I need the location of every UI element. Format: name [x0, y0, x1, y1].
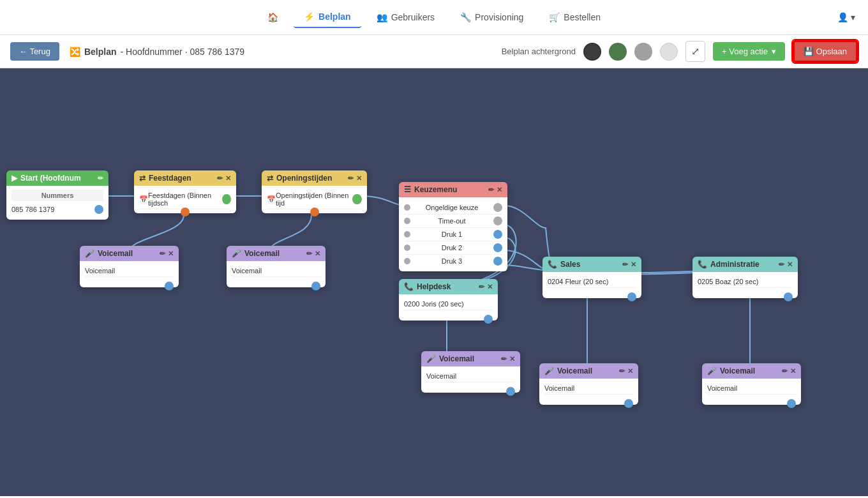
- start-node[interactable]: ▶ Start (Hoofdnum ✏ Nummers 085 786 1379: [6, 170, 108, 220]
- voicemail4-node[interactable]: 🎤 Voicemail ✏ ✕ Voicemail: [539, 363, 638, 405]
- vm2-mic-icon: 🎤: [232, 249, 241, 258]
- sales-bottom-connector: [627, 292, 636, 301]
- feestdagen-edit-icon[interactable]: ✏: [217, 174, 223, 183]
- color-green[interactable]: [609, 43, 627, 61]
- openingstijden-connector: [352, 194, 362, 204]
- breadcrumb-rest: - Hoofdnummer · 085 786 1379: [120, 47, 244, 57]
- km-right-0: [493, 203, 502, 212]
- admin-title: Administratie: [710, 260, 760, 269]
- keuzemenu-edit-icon[interactable]: ✏: [488, 186, 494, 194]
- openingstijden-delete-icon[interactable]: ✕: [356, 174, 362, 183]
- vm4-bottom-connector: [624, 399, 633, 408]
- save-button[interactable]: 💾 Opslaan: [793, 40, 858, 63]
- color-light[interactable]: [660, 43, 678, 61]
- vm2-edit-icon[interactable]: ✏: [306, 250, 312, 258]
- color-dark[interactable]: [583, 43, 601, 61]
- voicemail2-node[interactable]: 🎤 Voicemail ✏ ✕ Voicemail: [227, 246, 326, 287]
- vm1-delete-icon[interactable]: ✕: [168, 250, 174, 258]
- administratie-node[interactable]: 📞 Administratie ✏ ✕ 0205 Boaz (20 sec): [692, 257, 798, 298]
- vm3-delete-icon[interactable]: ✕: [509, 355, 515, 363]
- back-label: ← Terug: [19, 47, 50, 56]
- keuzemenu-delete-icon[interactable]: ✕: [497, 186, 502, 194]
- vm3-mic-icon: 🎤: [426, 354, 436, 363]
- sales-icon: 📞: [548, 260, 557, 269]
- voicemail3-node[interactable]: 🎤 Voicemail ✏ ✕ Voicemail: [421, 351, 520, 393]
- admin-delete-icon[interactable]: ✕: [787, 260, 793, 269]
- vm4-title: Voicemail: [557, 366, 592, 375]
- nav-gebruikers[interactable]: 👥 Gebruikers: [366, 7, 445, 27]
- start-edit-icon[interactable]: ✏: [98, 174, 103, 183]
- save-label: 💾 Opslaan: [804, 47, 847, 56]
- breadcrumb: 🔀 Belplan - Hoofdnummer · 085 786 1379: [70, 47, 244, 57]
- keuzemenu-row-1: Time-out: [404, 215, 502, 228]
- feestdagen-cal-icon: 📅: [139, 195, 148, 204]
- helpdesk-delete-icon[interactable]: ✕: [487, 283, 493, 291]
- toolbar-left: ← Terug 🔀 Belplan - Hoofdnummer · 085 78…: [10, 42, 244, 61]
- vm5-edit-icon[interactable]: ✏: [782, 367, 788, 375]
- admin-edit-icon[interactable]: ✏: [779, 260, 784, 269]
- nav-bestellen[interactable]: 🛒 Bestellen: [539, 7, 611, 27]
- color-gray[interactable]: [634, 43, 652, 61]
- feestdagen-connector: [222, 194, 231, 204]
- voicemail1-node[interactable]: 🎤 Voicemail ✏ ✕ Voicemail: [80, 246, 179, 287]
- feestdagen-node[interactable]: ⇄ Feestdagen ✏ ✕ 📅 Feestdagen (Binnen ti…: [134, 170, 236, 213]
- expand-button[interactable]: ⤢: [685, 41, 705, 62]
- vm2-delete-icon[interactable]: ✕: [315, 250, 320, 258]
- openingstijden-icon: ⇄: [267, 174, 273, 183]
- start-connector: [94, 205, 103, 214]
- sales-delete-icon[interactable]: ✕: [631, 260, 636, 269]
- add-action-button[interactable]: + Voeg actie ▾: [713, 42, 785, 61]
- user-menu[interactable]: 👤 ▾: [837, 12, 855, 22]
- start-icon: ▶: [11, 174, 17, 183]
- keuzemenu-node[interactable]: ☰ Keuzemenu ✏ ✕ Ongeldige keuze Time-out: [399, 182, 507, 271]
- back-button[interactable]: ← Terug: [10, 42, 59, 61]
- top-navigation: 🏠 ⚡ Belplan 👥 Gebruikers 🔧 Provisioning …: [0, 0, 868, 35]
- vm3-edit-icon[interactable]: ✏: [501, 355, 507, 363]
- sales-edit-icon[interactable]: ✏: [622, 260, 628, 269]
- openingstijden-cal-icon: 📅: [267, 195, 276, 204]
- vm4-edit-icon[interactable]: ✏: [619, 367, 625, 375]
- nav-provisioning[interactable]: 🔧 Provisioning: [450, 7, 534, 27]
- nav-belplan[interactable]: ⚡ Belplan: [294, 6, 361, 28]
- nav-provisioning-label: Provisioning: [475, 12, 523, 22]
- km-left-3: [404, 245, 410, 251]
- keuzemenu-row-2: Druk 1: [404, 228, 502, 241]
- vm3-content-row: Voicemail: [426, 370, 515, 382]
- keuzemenu-row-4: Druk 3: [404, 255, 502, 268]
- bestellen-icon: 🛒: [549, 12, 560, 22]
- keuzemenu-row-3: Druk 2: [404, 241, 502, 255]
- feestdagen-delete-icon[interactable]: ✕: [225, 174, 231, 183]
- helpdesk-edit-icon[interactable]: ✏: [479, 283, 484, 291]
- voicemail5-node[interactable]: 🎤 Voicemail ✏ ✕ Voicemail: [702, 363, 801, 405]
- breadcrumb-bold: Belplan: [84, 47, 117, 57]
- expand-icon: ⤢: [691, 46, 700, 57]
- flow-canvas[interactable]: ▶ Start (Hoofdnum ✏ Nummers 085 786 1379…: [0, 68, 868, 496]
- keuzemenu-icon: ☰: [404, 185, 411, 194]
- vm2-content-row: Voicemail: [232, 265, 320, 277]
- gebruikers-icon: 👥: [377, 12, 387, 22]
- vm5-title: Voicemail: [720, 366, 755, 375]
- vm3-title: Voicemail: [439, 354, 474, 363]
- start-col-header: Nummers: [11, 190, 103, 201]
- bg-label: Belplan achtergrond: [502, 47, 576, 56]
- openingstijden-title: Openingstijden: [276, 174, 332, 183]
- feestdagen-row: 📅 Feestdagen (Binnen tijdsch: [139, 190, 231, 209]
- openingstijden-edit-icon[interactable]: ✏: [348, 174, 354, 183]
- vm4-delete-icon[interactable]: ✕: [627, 367, 633, 375]
- km-left-4: [404, 258, 410, 264]
- vm5-delete-icon[interactable]: ✕: [790, 367, 796, 375]
- nav-gebruikers-label: Gebruikers: [391, 12, 435, 22]
- km-left-1: [404, 218, 410, 224]
- helpdesk-node[interactable]: 📞 Helpdesk ✏ ✕ 0200 Joris (20 sec): [399, 279, 498, 321]
- helpdesk-title: Helpdesk: [417, 282, 451, 291]
- vm1-title: Voicemail: [98, 249, 133, 258]
- vm2-bottom-connector: [311, 282, 320, 290]
- feestdagen-bottom-connector: [181, 207, 190, 216]
- km-left-0: [404, 204, 410, 211]
- vm4-mic-icon: 🎤: [544, 366, 554, 375]
- openingstijden-node[interactable]: ⇄ Openingstijden ✏ ✕ 📅 Openingstijden (B…: [262, 170, 367, 213]
- vm1-edit-icon[interactable]: ✏: [160, 250, 165, 258]
- nav-home[interactable]: 🏠: [257, 7, 288, 27]
- home-icon: 🏠: [267, 12, 278, 22]
- sales-node[interactable]: 📞 Sales ✏ ✕ 0204 Fleur (20 sec): [542, 257, 641, 298]
